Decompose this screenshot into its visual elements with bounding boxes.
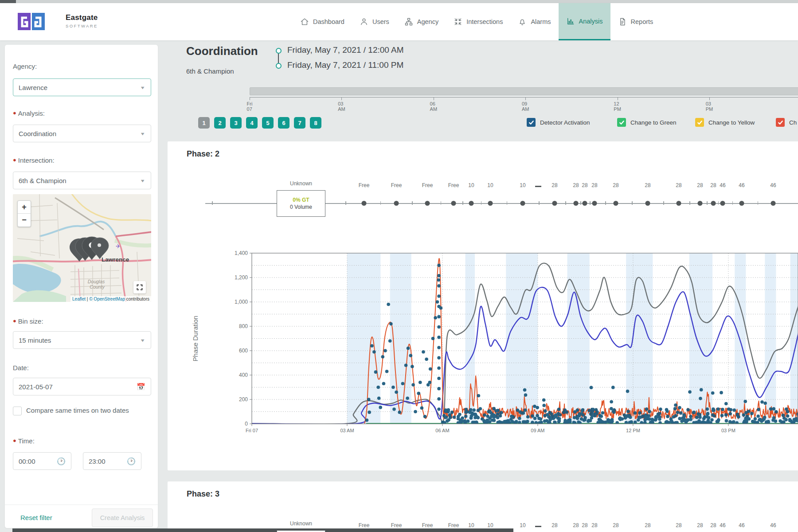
nav-label: Dashboard (313, 18, 344, 25)
range-start-icon (276, 48, 282, 54)
x-tick-label: Fri 07 (246, 428, 258, 433)
nav-dashboard[interactable]: Dashboard (293, 3, 352, 40)
app-header: Eastgate SOFTWARE DashboardUsersAgencyIn… (0, 3, 798, 40)
nav-label: Agency (417, 18, 438, 25)
zoom-out-button[interactable]: − (18, 214, 31, 227)
legend-checkbox[interactable] (527, 118, 536, 127)
phase-button-4[interactable]: 4 (246, 117, 258, 129)
pattern-label: 10 (487, 182, 493, 188)
phase-button-1[interactable]: 1 (198, 117, 210, 129)
pattern-tick (580, 201, 581, 205)
user-icon (360, 17, 368, 26)
pattern-dot (451, 201, 456, 206)
agency-select[interactable]: Lawrence▼ (13, 78, 151, 96)
legend-checkbox[interactable] (695, 118, 704, 127)
pattern-tick (345, 201, 346, 205)
pattern-tick (758, 201, 759, 205)
nav-label: Intersections (466, 18, 503, 25)
intersection-map[interactable]: ✈ (13, 194, 151, 302)
pattern-tick (565, 201, 566, 205)
pattern-tick (212, 201, 213, 205)
pattern-label: 46 (739, 182, 744, 188)
eastgate-logo[interactable]: Eastgate SOFTWARE (18, 12, 133, 32)
range-start-text: Friday, May 7, 2021 / 12:00 AM (287, 45, 404, 55)
scrubber-tick-label: 03 PM (706, 101, 713, 112)
page-subtitle: 6th & Champion (186, 67, 234, 75)
page-title: Coordination (186, 44, 258, 58)
chart-band (506, 253, 538, 424)
pattern-gt-percent: 0% GT (293, 197, 309, 203)
required-asterisk: ● (13, 110, 16, 116)
nav-agency[interactable]: Agency (397, 3, 446, 40)
reset-filter-button[interactable]: Reset filter (20, 514, 52, 521)
time-to-input[interactable]: 23:00🕑 (83, 452, 141, 470)
nav-users[interactable]: Users (352, 3, 397, 40)
nav-alarms[interactable]: Alarms (510, 3, 558, 40)
legend-item[interactable]: Change to Yellow (695, 118, 755, 127)
pattern-dot (645, 201, 650, 206)
bin-size-label: ●Bin size: (13, 317, 43, 325)
legend-label: Change to Yellow (708, 119, 755, 126)
chevron-down-icon: ▼ (140, 85, 145, 90)
nav-reports[interactable]: Reports (610, 3, 661, 40)
phase-button-5[interactable]: 5 (262, 117, 274, 129)
scrubber-tick-label: 09 AM (522, 101, 529, 112)
x-tick-label: 12 PM (626, 428, 640, 433)
pattern-label: Free (448, 522, 459, 528)
scrubber-axis (250, 97, 798, 98)
phase-button-6[interactable]: 6 (278, 117, 289, 129)
pattern-tick (632, 201, 633, 205)
analysis-select[interactable]: Coordination▼ (13, 125, 151, 142)
create-analysis-button[interactable]: Create Analysis (92, 509, 153, 527)
phase-button-2[interactable]: 2 (214, 117, 226, 129)
chevron-down-icon: ▼ (140, 131, 145, 136)
bin-size-select[interactable]: 15 minutes▼ (13, 331, 151, 349)
compare-dates-checkbox[interactable] (13, 407, 22, 415)
osm-link[interactable]: © OpenStreetMap (89, 297, 125, 301)
time-scrubber[interactable] (250, 87, 798, 95)
map-fullscreen-button[interactable] (133, 281, 146, 293)
phase-button-7[interactable]: 7 (294, 117, 305, 129)
pattern-dot (720, 201, 725, 206)
leaflet-link[interactable]: Leaflet (72, 297, 86, 301)
clock-icon: 🕑 (127, 457, 136, 466)
phase-button-8[interactable]: 8 (310, 117, 321, 129)
legend-checkbox[interactable] (617, 118, 626, 127)
date-label: Date: (13, 364, 29, 372)
time-label: ●Time: (13, 437, 35, 445)
zoom-in-button[interactable]: + (18, 201, 31, 214)
pattern-dot (425, 201, 430, 206)
nav-intersections[interactable]: Intersections (446, 3, 510, 40)
pattern-label: 46 (770, 182, 776, 188)
phase-3-card: Phase: 3 Unknown0% GT0 VolumeFreeFreeFre… (167, 481, 798, 532)
legend-item[interactable]: Detector Activation (527, 118, 590, 127)
pattern-label: 10 (487, 522, 493, 528)
sidebar-divider (5, 505, 158, 505)
pattern-label: 28 (676, 522, 681, 528)
phase-2-title: Phase: 2 (187, 149, 219, 159)
y-tick-label: 1,200 (235, 274, 248, 281)
compare-dates-label: Compare same times on two dates (26, 407, 129, 414)
pattern-label: Free (422, 182, 433, 188)
pattern-dot (362, 201, 367, 206)
legend-item[interactable]: Ch (776, 118, 797, 127)
brand-name: Eastgate (66, 13, 98, 22)
time-from-input[interactable]: 00:00🕑 (13, 452, 71, 470)
chevron-down-icon: ▼ (140, 178, 145, 183)
intersection-select[interactable]: 6th & Champion▼ (13, 172, 151, 189)
pattern-tick (663, 201, 664, 205)
scrubber-tick-label: 12 PM (614, 101, 621, 112)
scrubber-tick (525, 97, 526, 100)
pattern-dot (711, 201, 716, 206)
legend-checkbox[interactable] (776, 118, 785, 127)
date-input[interactable]: 2021-05-07📅 (13, 378, 151, 395)
analysis-label: ●Analysis: (13, 110, 45, 117)
nav-label: Analysis (579, 18, 603, 25)
nav-analysis[interactable]: Analysis (559, 3, 610, 40)
pattern-tick (689, 201, 690, 205)
pattern-label: Free (391, 182, 402, 188)
expand-icon (137, 284, 143, 290)
phase-button-3[interactable]: 3 (230, 117, 242, 129)
legend-item[interactable]: Change to Green (617, 118, 677, 127)
pattern-dash (535, 526, 541, 527)
